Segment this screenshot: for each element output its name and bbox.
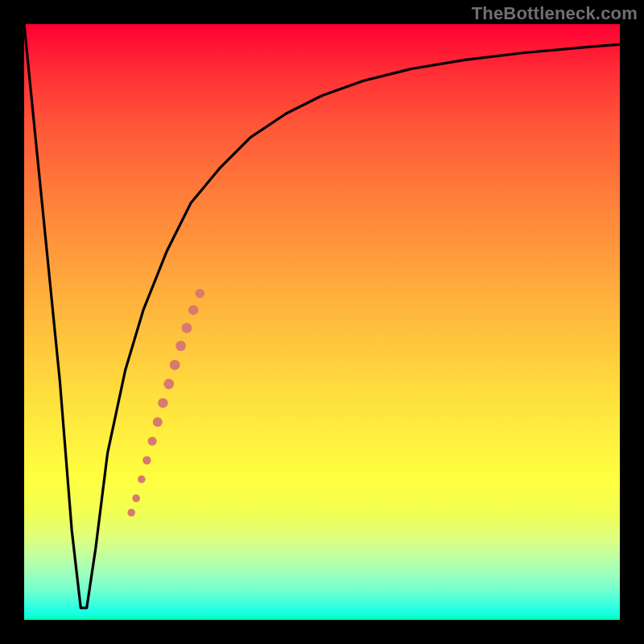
highlight-dot [132, 494, 140, 502]
bottleneck-curve [24, 24, 620, 608]
highlight-dot [163, 379, 174, 390]
chart-svg [24, 24, 620, 620]
highlight-dot [138, 476, 146, 484]
highlight-dot [127, 509, 135, 517]
plot-area [24, 24, 620, 620]
highlight-dot [175, 341, 186, 351]
highlight-dot [148, 436, 157, 445]
watermark-text: TheBottleneck.com [472, 3, 638, 24]
highlight-dot [170, 360, 180, 370]
highlight-dot [196, 289, 205, 299]
highlight-dot [142, 456, 151, 464]
highlight-dot [153, 417, 163, 427]
chart-frame: TheBottleneck.com [0, 0, 644, 644]
highlight-dot [158, 398, 167, 407]
highlight-dot [182, 323, 192, 333]
highlight-dot [188, 305, 198, 315]
